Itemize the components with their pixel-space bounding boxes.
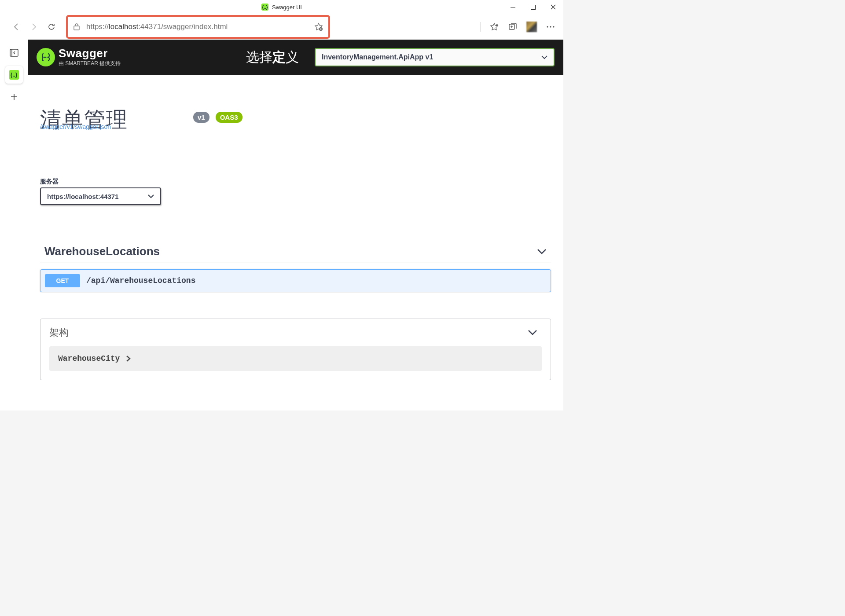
svg-point-8 bbox=[44, 57, 45, 58]
svg-point-9 bbox=[45, 57, 47, 58]
lock-icon bbox=[73, 23, 80, 31]
swagger-json-link[interactable]: /swagger/v1/swagger.json bbox=[40, 123, 111, 130]
swagger-logo: Swagger 由 SMARTBEAR 提供支持 bbox=[37, 48, 121, 67]
swagger-topbar: Swagger 由 SMARTBEAR 提供支持 选择定义 InventoryM… bbox=[28, 40, 563, 75]
operation-path: /api/WarehouseLocations bbox=[86, 276, 195, 285]
forward-button[interactable] bbox=[26, 19, 41, 34]
app-icon: {..} bbox=[261, 4, 268, 11]
schemas-title: 架构 bbox=[49, 326, 69, 339]
maximize-button[interactable] bbox=[523, 0, 543, 14]
swagger-byline: 由 SMARTBEAR 提供支持 bbox=[59, 60, 121, 67]
collections-icon[interactable] bbox=[508, 22, 518, 32]
server-select[interactable]: https://localhost:44371 bbox=[40, 187, 161, 205]
back-button[interactable] bbox=[9, 19, 24, 34]
page-content: Swagger 由 SMARTBEAR 提供支持 选择定义 InventoryM… bbox=[28, 40, 563, 411]
chevron-down-icon bbox=[537, 249, 551, 255]
select-definition-label: 选择定义 bbox=[246, 48, 299, 66]
favorite-icon[interactable] bbox=[314, 22, 323, 31]
swagger-logo-icon bbox=[37, 48, 55, 66]
chevron-down-icon bbox=[541, 55, 547, 59]
more-icon[interactable] bbox=[546, 22, 555, 32]
oas-badge: OAS3 bbox=[216, 112, 242, 123]
svg-point-10 bbox=[47, 57, 48, 58]
schemas-header[interactable]: 架构 bbox=[40, 319, 551, 346]
favorites-icon[interactable] bbox=[489, 22, 499, 32]
new-tab-button[interactable] bbox=[5, 88, 23, 106]
browser-toolbar: https://localhost:44371/swagger/index.ht… bbox=[0, 14, 563, 40]
schema-name: WarehouseCity bbox=[58, 354, 120, 363]
svg-point-6 bbox=[553, 26, 554, 27]
refresh-button[interactable] bbox=[44, 19, 59, 34]
swagger-brand: Swagger bbox=[59, 48, 121, 59]
svg-rect-1 bbox=[74, 26, 79, 30]
url-text: https://localhost:44371/swagger/index.ht… bbox=[86, 22, 308, 31]
server-selected: https://localhost:44371 bbox=[47, 193, 119, 200]
chevron-right-icon bbox=[126, 355, 131, 362]
version-badge: v1 bbox=[193, 112, 209, 123]
swagger-favicon: {..} bbox=[9, 70, 19, 80]
toolbar-divider bbox=[480, 22, 481, 32]
title-bar: {..} Swagger UI bbox=[0, 0, 563, 14]
chevron-down-icon bbox=[148, 194, 154, 198]
servers-label: 服务器 bbox=[40, 178, 551, 186]
window-title: Swagger UI bbox=[272, 4, 302, 11]
svg-point-5 bbox=[550, 26, 551, 27]
profile-avatar[interactable] bbox=[526, 22, 537, 32]
operation-block[interactable]: GET /api/WarehouseLocations bbox=[40, 269, 551, 292]
tag-name: WarehouseLocations bbox=[40, 245, 160, 258]
svg-point-4 bbox=[547, 26, 548, 27]
chevron-down-icon bbox=[528, 330, 542, 336]
vertical-tab-strip: {..} bbox=[0, 40, 28, 411]
definition-select[interactable]: InventoryManagement.ApiApp v1 bbox=[315, 48, 555, 66]
svg-rect-0 bbox=[531, 5, 535, 9]
minimize-button[interactable] bbox=[503, 0, 523, 14]
schema-item[interactable]: WarehouseCity bbox=[49, 346, 542, 371]
tag-header[interactable]: WarehouseLocations bbox=[40, 245, 551, 263]
definition-selected: InventoryManagement.ApiApp v1 bbox=[322, 53, 433, 61]
tab-swagger[interactable]: {..} bbox=[5, 66, 23, 84]
tab-actions-icon[interactable] bbox=[5, 44, 23, 62]
close-button[interactable] bbox=[543, 0, 563, 14]
address-bar-highlighted[interactable]: https://localhost:44371/swagger/index.ht… bbox=[66, 15, 330, 39]
http-method-badge: GET bbox=[45, 274, 80, 287]
